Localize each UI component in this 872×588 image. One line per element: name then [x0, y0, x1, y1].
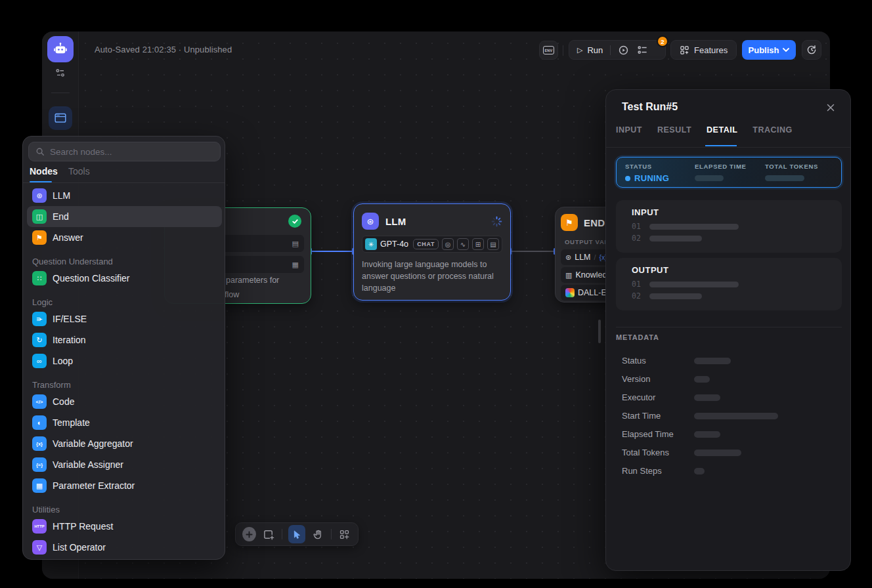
total-tokens-skeleton	[765, 175, 804, 181]
tab-tracing[interactable]: TRACING	[752, 125, 792, 135]
section-utilities: Utilities	[32, 505, 60, 514]
tab-detail[interactable]: DETAIL	[707, 125, 737, 135]
test-run-panel: Test Run#5 INPUT RESULT DETAIL TRACING S…	[605, 89, 851, 571]
status-label: STATUS	[625, 163, 669, 170]
hand-mode-button[interactable]	[311, 527, 325, 541]
question-classifier-icon: ∷	[32, 271, 47, 285]
node-search-box[interactable]	[28, 142, 221, 161]
plus-icon	[246, 531, 253, 538]
input-card: INPUT 01 02	[616, 200, 842, 253]
close-button[interactable]	[827, 102, 835, 114]
value-skeleton	[694, 376, 710, 383]
start-node-description-line: flow	[225, 290, 239, 299]
env-button[interactable]: ENV	[539, 41, 558, 60]
node-item-iteration[interactable]: ↻ Iteration	[27, 329, 222, 350]
model-selector[interactable]: ✳ GPT-4o CHAT ◎ ∿ ⊞ ▤	[362, 236, 502, 253]
openai-icon: ✳	[365, 238, 377, 250]
model-name: GPT-4o	[380, 240, 408, 249]
running-spinner-icon	[491, 216, 502, 227]
window-icon	[53, 111, 68, 125]
section-transform: Transform	[32, 380, 71, 390]
input-skeleton	[649, 224, 739, 230]
node-item-http-request[interactable]: HTTP HTTP Request	[27, 516, 222, 537]
node-item-llm[interactable]: ⊛ LLM	[27, 185, 222, 206]
features-label: Features	[694, 45, 728, 55]
section-logic: Logic	[32, 297, 53, 307]
variable-assigner-icon: {=}	[32, 457, 47, 472]
run-button[interactable]: Run	[587, 45, 603, 55]
node-item-if-else[interactable]: ⋔ IF/ELSE	[27, 308, 222, 329]
canvas-scrollbar-thumb[interactable]	[598, 320, 601, 343]
metadata-row-executor: Executor	[622, 392, 832, 402]
run-panel-title: Test Run#5	[622, 101, 678, 113]
tab-input[interactable]: INPUT	[616, 125, 642, 135]
workflow-settings-button[interactable]	[54, 66, 67, 82]
node-item-answer[interactable]: ⚑ Answer	[27, 227, 222, 248]
variable-aggregator-icon: {x}	[32, 436, 47, 451]
image-capability-icon: ⊞	[472, 238, 484, 250]
add-node-button[interactable]	[242, 527, 256, 541]
chevron-down-icon	[783, 48, 789, 52]
node-item-variable-aggregator[interactable]: {x} Variable Aggregator	[27, 433, 222, 454]
metadata-title: METADATA	[616, 333, 659, 341]
features-button[interactable]: Features	[670, 40, 737, 60]
tab-nodes[interactable]: Nodes	[30, 166, 58, 177]
success-check-icon	[288, 215, 301, 228]
node-item-variable-assigner[interactable]: {=} Variable Assigner	[27, 454, 222, 475]
close-icon	[827, 104, 835, 112]
toolbar-divider	[282, 529, 282, 539]
output-title: OUTPUT	[632, 265, 668, 275]
organize-nodes-button[interactable]	[338, 527, 351, 541]
value-skeleton	[694, 413, 778, 419]
input-title: INPUT	[632, 207, 659, 217]
iteration-icon: ↻	[32, 333, 47, 347]
copy-icon: ▦	[292, 261, 299, 269]
checklist-button[interactable]	[637, 45, 648, 56]
pointer-mode-button[interactable]	[288, 525, 306, 543]
sliders-icon	[54, 66, 67, 79]
llm-node[interactable]: ⊛ LLM ✳ GPT-4o	[353, 203, 511, 301]
publish-button[interactable]: Publish	[742, 40, 796, 60]
run-history-button[interactable]	[618, 45, 629, 56]
metadata-row-total-tokens: Total Tokens	[622, 448, 832, 457]
node-item-list-operator[interactable]: ▽ List Operator	[27, 537, 222, 558]
node-item-end[interactable]: ◫ End	[27, 206, 222, 227]
value-skeleton	[694, 394, 720, 401]
elapsed-time-skeleton	[695, 175, 724, 181]
value-skeleton	[694, 468, 705, 474]
play-icon: ▷	[577, 46, 582, 54]
metadata-row-start-time: Start Time	[622, 411, 832, 421]
node-search-input[interactable]	[50, 147, 201, 157]
app-avatar-robot-icon[interactable]	[47, 36, 74, 62]
audio-capability-icon: ∿	[457, 238, 469, 250]
llm-icon: ⊛	[32, 188, 47, 203]
tab-tools[interactable]: Tools	[68, 166, 90, 177]
autosave-status: Auto-Saved 21:02:35 · Unpublished	[95, 45, 232, 54]
panel-divider	[606, 147, 850, 148]
node-item-parameter-extractor[interactable]: ▦ Parameter Extractor	[27, 475, 222, 496]
checklist-count-badge: 2	[657, 35, 668, 47]
node-item-loop[interactable]: ∞ Loop	[27, 350, 222, 371]
node-item-question-classifier[interactable]: ∷ Question Classifier	[27, 268, 222, 289]
metadata-divider	[616, 327, 842, 327]
run-button-group: ▷ Run	[569, 40, 666, 60]
toolbar-divider	[331, 529, 332, 539]
llm-node-title: LLM	[385, 216, 406, 227]
end-node-icon: ⚑	[561, 214, 578, 231]
version-history-button[interactable]	[802, 40, 821, 60]
metadata-row-status: Status	[622, 356, 832, 366]
end-icon: ◫	[32, 209, 47, 224]
tab-result[interactable]: RESULT	[657, 125, 691, 135]
preview-panel-button[interactable]	[49, 106, 72, 130]
document-icon: ▤	[292, 240, 299, 248]
note-plus-icon	[263, 528, 275, 541]
document-capability-icon: ▤	[487, 238, 499, 250]
output-skeleton	[649, 293, 702, 299]
run-panel-tabs: INPUT RESULT DETAIL TRACING	[616, 125, 793, 135]
edge-llm-to-end	[511, 251, 555, 252]
node-item-code[interactable]: </> Code	[27, 391, 222, 412]
add-note-button[interactable]	[262, 527, 276, 541]
status-value: RUNING	[634, 173, 669, 183]
node-item-template[interactable]: ◐ Template	[27, 412, 222, 433]
template-icon: ◐	[32, 415, 47, 430]
